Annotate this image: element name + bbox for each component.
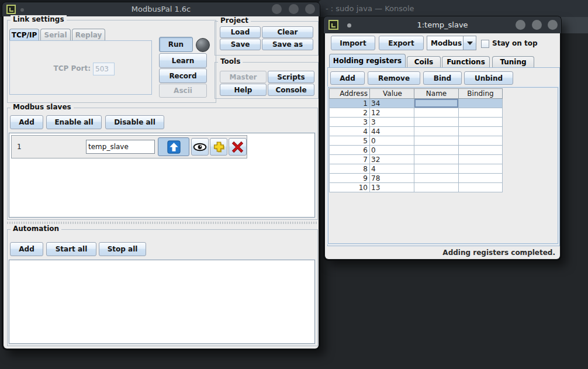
cell-binding[interactable] [459, 99, 503, 108]
save-button[interactable]: Save [220, 39, 261, 50]
cell-value[interactable]: 32 [370, 155, 414, 164]
maximize-button[interactable] [289, 4, 299, 14]
minimize-button[interactable] [516, 20, 525, 30]
cell-value[interactable]: 44 [370, 127, 414, 136]
slave-show-button[interactable] [191, 138, 209, 156]
cell-name[interactable] [414, 183, 459, 192]
scripts-button[interactable]: Scripts [268, 71, 314, 83]
import-button[interactable]: Import [331, 36, 375, 50]
cell-name[interactable] [414, 164, 459, 174]
register-unbind-button[interactable]: Unbind [464, 71, 513, 85]
cell-binding[interactable] [459, 174, 503, 183]
cell-value[interactable]: 3 [370, 118, 414, 127]
disable-all-button[interactable]: Disable all [105, 115, 164, 129]
start-all-button[interactable]: Start all [46, 242, 96, 256]
export-button[interactable]: Export [379, 36, 424, 50]
column-header-binding[interactable]: Binding [459, 88, 503, 99]
cell-address[interactable]: 5 [329, 136, 370, 146]
register-remove-button[interactable]: Remove [368, 71, 420, 85]
stop-all-button[interactable]: Stop all [99, 242, 146, 256]
cell-value[interactable]: 34 [370, 99, 414, 108]
help-button[interactable]: Help [220, 84, 267, 96]
slave-up-button[interactable] [158, 137, 189, 156]
cell-value[interactable]: 78 [370, 174, 414, 183]
cell-value[interactable]: 0 [370, 136, 414, 146]
master-button[interactable]: Master [220, 71, 267, 83]
register-row[interactable]: 33 [329, 118, 503, 127]
tab-tcpip[interactable]: TCP/IP [9, 29, 39, 40]
column-header-name[interactable]: Name [414, 88, 459, 99]
register-bind-button[interactable]: Bind [423, 71, 462, 85]
register-row[interactable]: 444 [329, 127, 503, 136]
register-row[interactable]: 60 [329, 146, 503, 155]
register-row[interactable]: 134 [329, 99, 503, 108]
cell-name[interactable] [414, 174, 459, 183]
tab-holding-registers[interactable]: Holding registers [329, 54, 406, 67]
cell-name[interactable] [414, 155, 459, 164]
enable-all-button[interactable]: Enable all [46, 115, 102, 129]
mode-combobox[interactable]: Modbus [427, 36, 476, 50]
cell-value[interactable]: 0 [370, 146, 414, 155]
learn-button[interactable]: Learn [159, 53, 207, 68]
cell-address[interactable]: 8 [329, 164, 370, 174]
save-as-button[interactable]: Save as [262, 39, 313, 50]
console-button[interactable]: Console [268, 84, 314, 96]
tab-coils[interactable]: Coils [407, 56, 441, 67]
cell-binding[interactable] [459, 146, 503, 155]
slave-row[interactable]: 1 [11, 135, 247, 158]
cell-name[interactable] [414, 136, 459, 146]
tab-tuning[interactable]: Tuning [492, 56, 534, 67]
clear-button[interactable]: Clear [262, 26, 313, 38]
cell-value[interactable]: 4 [370, 164, 414, 174]
record-button[interactable]: Record [159, 68, 207, 83]
column-header-address[interactable]: Address [329, 88, 370, 99]
cell-address[interactable]: 1 [329, 99, 370, 108]
konsole-titlebar-remainder[interactable] [561, 17, 588, 33]
register-row[interactable]: 732 [329, 155, 503, 164]
slave-delete-button[interactable] [229, 138, 247, 156]
cell-address[interactable]: 10 [329, 183, 370, 192]
cell-address[interactable]: 3 [329, 118, 370, 127]
cell-name[interactable] [414, 118, 459, 127]
slave-name-field[interactable] [86, 140, 155, 154]
close-button[interactable] [305, 4, 315, 14]
cell-binding[interactable] [459, 164, 503, 174]
register-row[interactable]: 212 [329, 108, 503, 118]
register-row[interactable]: 50 [329, 136, 503, 146]
stay-on-top-checkbox[interactable] [481, 40, 489, 48]
minimize-button[interactable] [272, 4, 282, 14]
cell-binding[interactable] [459, 108, 503, 118]
slave-add-button[interactable]: Add [10, 115, 43, 129]
slave-editor-titlebar[interactable]: 1:temp_slave [324, 16, 561, 33]
cell-address[interactable]: 7 [329, 155, 370, 164]
cell-binding[interactable] [459, 118, 503, 127]
load-button[interactable]: Load [220, 26, 261, 38]
cell-binding[interactable] [459, 155, 503, 164]
cell-value[interactable]: 12 [370, 108, 414, 118]
register-add-button[interactable]: Add [330, 71, 365, 85]
cell-name[interactable] [414, 108, 459, 118]
cell-name[interactable] [414, 146, 459, 155]
modbuspal-titlebar[interactable]: ModbusPal 1.6c [2, 2, 320, 16]
register-row[interactable]: 1013 [329, 183, 503, 192]
tab-functions[interactable]: Functions [442, 56, 490, 67]
cell-name[interactable] [414, 99, 459, 108]
cell-address[interactable]: 9 [329, 174, 370, 183]
maximize-button[interactable] [532, 20, 542, 30]
close-button[interactable] [548, 20, 558, 30]
column-header-value[interactable]: Value [370, 88, 414, 99]
register-row[interactable]: 84 [329, 164, 503, 174]
cell-value[interactable]: 13 [370, 183, 414, 192]
ascii-button[interactable]: Ascii [159, 84, 207, 98]
cell-name[interactable] [414, 127, 459, 136]
konsole-titlebar[interactable]: - : sudo java — Konsole [319, 0, 588, 17]
tab-serial[interactable]: Serial [40, 29, 71, 40]
cell-binding[interactable] [459, 127, 503, 136]
tcp-port-field[interactable] [93, 63, 115, 75]
split-divider[interactable] [7, 222, 317, 224]
cell-binding[interactable] [459, 183, 503, 192]
register-row[interactable]: 978 [329, 174, 503, 183]
automation-add-button[interactable]: Add [10, 242, 43, 256]
run-button[interactable]: Run [159, 37, 193, 52]
cell-address[interactable]: 4 [329, 127, 370, 136]
